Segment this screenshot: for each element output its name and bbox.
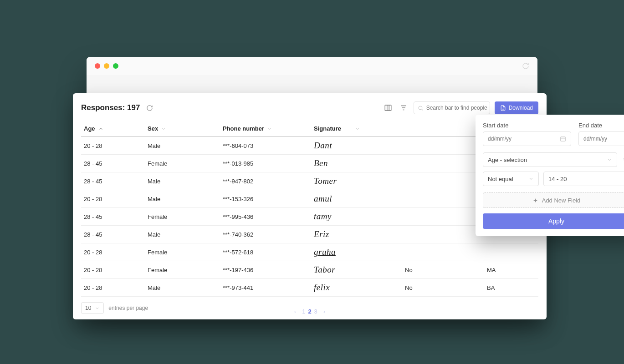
end-date-input[interactable] [583, 136, 624, 142]
filter-field-select[interactable]: Age - selection [483, 152, 617, 167]
table-row[interactable]: 28 - 45Female***-995-436tamy [81, 208, 538, 226]
sort-icon [267, 126, 272, 131]
page-next[interactable]: › [323, 308, 325, 315]
cell-flag [402, 137, 484, 155]
sort-icon [355, 126, 360, 131]
cell-age: 20 - 28 [81, 137, 145, 155]
add-field-button[interactable]: Add New Field [483, 192, 624, 208]
panel-header: Responses: 197 Download [81, 101, 538, 114]
filter-popover: Start date End date Age - selection Not … [476, 115, 624, 236]
col-phone[interactable]: Phone number [220, 121, 311, 137]
cell-age: 20 - 28 [81, 261, 145, 279]
cell-flag [402, 190, 484, 208]
page-number[interactable]: 1 [302, 308, 305, 315]
delete-filter-icon[interactable] [622, 157, 624, 163]
cell-flag: No [402, 261, 484, 279]
title-prefix: Responses: [81, 103, 125, 112]
chevron-down-icon [528, 176, 534, 182]
chevron-down-icon [607, 157, 612, 162]
window-controls [95, 63, 118, 69]
start-date-label: Start date [483, 122, 571, 129]
cell-age: 28 - 45 [81, 172, 145, 190]
cell-phone: ***-572-618 [220, 243, 311, 261]
start-date-input[interactable] [488, 136, 556, 142]
cell-degree: BA [484, 279, 538, 297]
cell-age: 28 - 45 [81, 208, 145, 226]
col-signature[interactable]: Signature [311, 121, 402, 137]
window-titlebar [87, 57, 537, 75]
cell-flag [402, 226, 484, 243]
page-number[interactable]: 2 [308, 308, 311, 315]
table-row[interactable]: 28 - 45Male***-740-362Eriz [81, 226, 538, 243]
cell-degree: MA [484, 261, 538, 279]
cell-sex: Female [145, 155, 220, 172]
cell-sex: Male [145, 172, 220, 190]
end-date-label: End date [578, 122, 624, 129]
download-label: Download [509, 105, 533, 111]
cell-flag: No [402, 279, 484, 297]
svg-point-6 [419, 106, 422, 110]
cell-signature: gruha [311, 243, 402, 261]
cell-phone: ***-153-326 [220, 190, 311, 208]
search-input-container[interactable] [414, 101, 490, 114]
download-button[interactable]: Download [495, 101, 538, 114]
table-row[interactable]: 28 - 45Male***-947-802Tomer [81, 172, 538, 190]
end-date-input-container[interactable] [578, 131, 624, 146]
cell-signature: Tomer [311, 172, 402, 190]
cell-age: 20 - 28 [81, 279, 145, 297]
cell-phone: ***-947-802 [220, 172, 311, 190]
table-row[interactable]: 20 - 28Male***-973-441felixNoBA [81, 279, 538, 297]
cell-signature: felix [311, 279, 402, 297]
filter-operator-value: Not equal [488, 176, 513, 182]
chevron-down-icon [95, 306, 100, 311]
add-field-label: Add New Field [542, 197, 581, 204]
cell-age: 28 - 45 [81, 155, 145, 172]
cell-signature: Ben [311, 155, 402, 172]
table-row[interactable]: 20 - 28Female***-572-618gruha [81, 243, 538, 261]
page-size-value: 10 [85, 305, 91, 311]
search-icon [418, 105, 424, 111]
table-row[interactable]: 20 - 28Female***-197-436TaborNoMA [81, 261, 538, 279]
cell-signature: Tabor [311, 261, 402, 279]
filter-field-value: Age - selection [488, 157, 527, 163]
col-sex[interactable]: Sex [145, 121, 220, 137]
entries-per-page-label: entries per page [108, 305, 148, 311]
table-footer: 10 entries per page ‹ 123 › [81, 301, 538, 315]
col-flag [402, 121, 484, 137]
cell-flag [402, 155, 484, 172]
table-row[interactable]: 20 - 28Male***-153-326amul [81, 190, 538, 208]
cell-signature: Eriz [311, 226, 402, 243]
filter-icon[interactable] [398, 102, 409, 113]
start-date-input-container[interactable] [483, 131, 571, 146]
page-size-select[interactable]: 10 [81, 302, 104, 314]
cell-age: 20 - 28 [81, 243, 145, 261]
cell-phone: ***-995-436 [220, 208, 311, 226]
cell-phone: ***-013-985 [220, 155, 311, 172]
close-window-button[interactable] [95, 63, 100, 69]
responses-table: Age Sex Phone number Signature [81, 121, 538, 297]
apply-button[interactable]: Apply [483, 213, 624, 229]
cell-sex: Male [145, 190, 220, 208]
refresh-icon[interactable] [146, 105, 153, 111]
svg-rect-0 [385, 105, 391, 111]
reload-icon[interactable] [522, 62, 529, 70]
filter-value-input[interactable] [543, 172, 624, 186]
page-prev[interactable]: ‹ [294, 308, 296, 315]
calendar-icon [560, 136, 566, 142]
col-age[interactable]: Age [81, 121, 145, 137]
search-input[interactable] [426, 105, 495, 111]
maximize-window-button[interactable] [113, 63, 118, 69]
columns-icon[interactable] [383, 102, 394, 113]
download-icon [500, 105, 506, 111]
minimize-window-button[interactable] [104, 63, 109, 69]
cell-sex: Male [145, 279, 220, 297]
table-row[interactable]: 20 - 28Male***-604-073Dant [81, 137, 538, 155]
filter-operator-select[interactable]: Not equal [483, 172, 539, 186]
cell-sex: Male [145, 137, 220, 155]
page-number[interactable]: 3 [314, 308, 317, 315]
cell-phone: ***-197-436 [220, 261, 311, 279]
cell-signature: Dant [311, 137, 402, 155]
cell-sex: Female [145, 261, 220, 279]
cell-phone: ***-604-073 [220, 137, 311, 155]
table-row[interactable]: 28 - 45Female***-013-985Ben [81, 155, 538, 172]
